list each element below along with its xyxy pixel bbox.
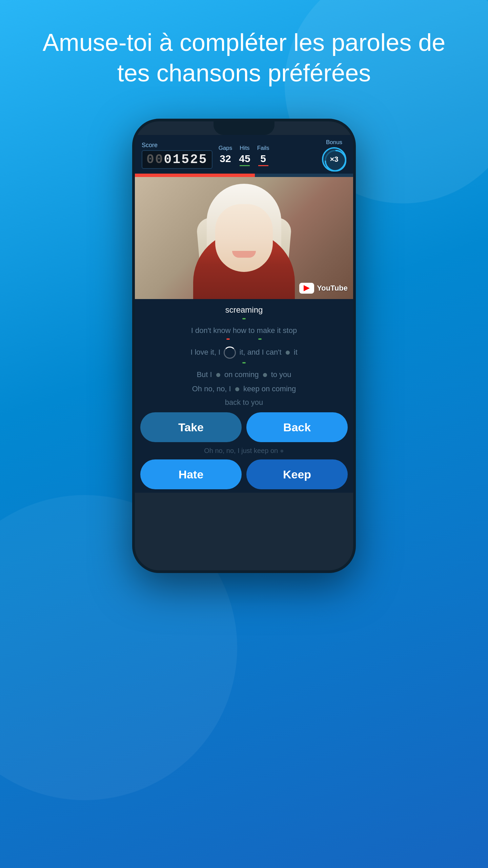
fails-label: Fails bbox=[257, 145, 269, 152]
bonus-section: Bonus ×3 bbox=[322, 139, 346, 172]
button-row-2: Hate Keep bbox=[140, 456, 348, 493]
lyric-line-4: But I on coming to you bbox=[142, 368, 346, 382]
lyric-text-3: I love it, I it, and I can't it bbox=[190, 348, 298, 356]
header-title: Amuse-toi à compléter les paroles de tes… bbox=[0, 27, 488, 88]
lyric-text-2: I don't know how to make it stop bbox=[191, 326, 297, 335]
video-person bbox=[135, 177, 353, 299]
behind-text-1: back to you bbox=[140, 396, 348, 409]
buttons-area: back to you Take Back Oh no, no, I just … bbox=[135, 396, 353, 493]
lyric-text-5: Oh no, no, I keep on coming bbox=[192, 384, 296, 393]
lyric-line-1: screaming bbox=[142, 302, 346, 323]
gaps-label: Gaps bbox=[219, 145, 232, 152]
youtube-badge: YouTube bbox=[299, 283, 348, 294]
bonus-circle: ×3 bbox=[322, 147, 346, 172]
lyric-line-3: I love it, I it, and I can't it bbox=[142, 344, 346, 368]
behind-text-2: Oh no, no, I just keep on ● bbox=[140, 446, 348, 456]
progress-bar-fill bbox=[135, 174, 255, 177]
dot-1 bbox=[286, 351, 290, 355]
phone-body: Score 0001525 Gaps 32 Hits 45 Fails 5 bbox=[132, 119, 356, 573]
lyrics-area: screaming I don't know how to make it st… bbox=[135, 299, 353, 396]
dot-4 bbox=[235, 387, 239, 391]
play-triangle bbox=[304, 285, 310, 291]
lyric-ind-2a bbox=[226, 338, 230, 340]
lyric-ind-2b bbox=[258, 338, 262, 340]
spinner-icon-1 bbox=[224, 347, 236, 359]
button-row-1-container: back to you Take Back bbox=[140, 396, 348, 446]
dot-3 bbox=[263, 373, 267, 377]
lyric-text-4: But I on coming to you bbox=[197, 370, 291, 379]
gaps-stat: Gaps 32 bbox=[219, 145, 232, 166]
lyric-line-2: I don't know how to make it stop bbox=[142, 323, 346, 344]
youtube-icon bbox=[299, 283, 314, 294]
lyric-ind-3 bbox=[242, 362, 246, 363]
bonus-label: Bonus bbox=[326, 139, 342, 146]
score-value: 0001525 bbox=[142, 150, 212, 169]
video-area: YouTube bbox=[135, 177, 353, 299]
hits-value: 45 bbox=[239, 153, 250, 164]
take-button[interactable]: Take bbox=[140, 412, 242, 442]
score-section: Score 0001525 bbox=[142, 142, 212, 169]
hits-label: Hits bbox=[240, 145, 249, 152]
fails-value: 5 bbox=[260, 153, 266, 164]
lyric-ind-1 bbox=[242, 318, 246, 319]
dot-2 bbox=[216, 373, 220, 377]
gaps-value: 32 bbox=[220, 153, 231, 164]
button-row-1: Take Back bbox=[140, 409, 348, 446]
lyric-line-5: Oh no, no, I keep on coming bbox=[142, 382, 346, 396]
bonus-value: ×3 bbox=[330, 155, 338, 164]
fails-underline bbox=[258, 165, 268, 166]
progress-bar-container bbox=[135, 174, 353, 177]
hate-button[interactable]: Hate bbox=[140, 459, 242, 489]
fails-stat: Fails 5 bbox=[257, 145, 269, 166]
stats-section: Gaps 32 Hits 45 Fails 5 bbox=[219, 145, 316, 166]
score-number: 01525 bbox=[164, 152, 208, 167]
hits-stat: Hits 45 bbox=[239, 145, 250, 166]
back-button[interactable]: Back bbox=[246, 412, 348, 442]
youtube-label: YouTube bbox=[317, 284, 348, 293]
score-bar: Score 0001525 Gaps 32 Hits 45 Fails 5 bbox=[135, 135, 353, 174]
phone-mockup: Score 0001525 Gaps 32 Hits 45 Fails 5 bbox=[132, 119, 356, 573]
score-label: Score bbox=[142, 142, 158, 149]
lyric-text-1: screaming bbox=[225, 305, 263, 314]
hits-underline bbox=[240, 165, 250, 166]
keep-button[interactable]: Keep bbox=[246, 459, 348, 489]
button-row-2-container: Oh no, no, I just keep on ● Hate Keep bbox=[140, 446, 348, 493]
phone-notch bbox=[214, 121, 274, 135]
